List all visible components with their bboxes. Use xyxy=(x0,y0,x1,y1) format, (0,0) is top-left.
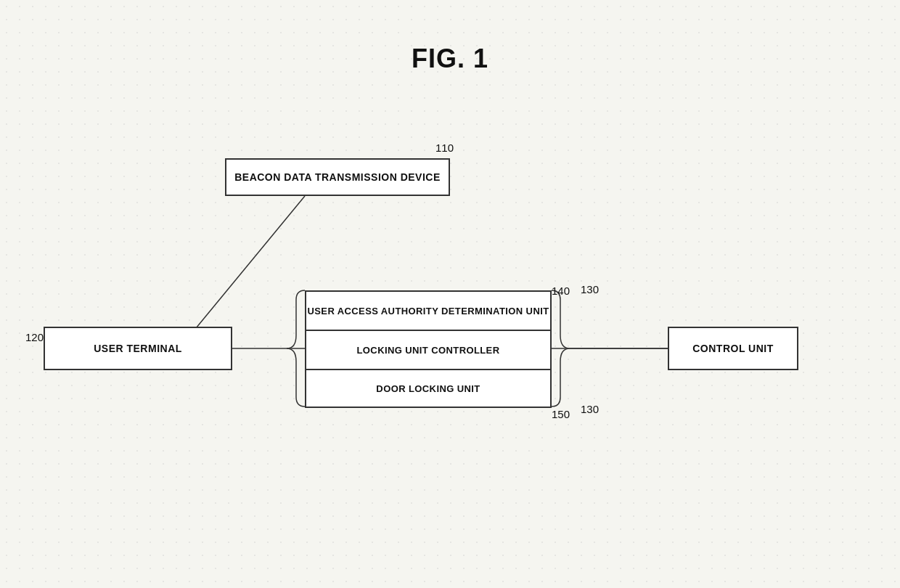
svg-line-0 xyxy=(196,196,305,328)
sub-unit-label-0: USER ACCESS AUTHORITY DETERMINATION UNIT xyxy=(307,306,549,317)
user-terminal-box: USER TERMINAL xyxy=(44,327,232,370)
beacon-label: BEACON DATA TRANSMISSION DEVICE xyxy=(234,171,441,183)
sub-unit-box-1: LOCKING UNIT CONTROLLER xyxy=(305,330,552,369)
beacon-box: BEACON DATA TRANSMISSION DEVICE xyxy=(225,158,450,196)
sub-unit-label-2: DOOR LOCKING UNIT xyxy=(376,383,480,394)
ref-140: 140 xyxy=(552,285,570,297)
ref-110: 110 xyxy=(435,142,454,154)
control-unit-box: CONTROL UNIT xyxy=(668,327,798,370)
ref-130-bot: 130 xyxy=(581,403,599,415)
user-terminal-label: USER TERMINAL xyxy=(94,343,182,354)
sub-unit-box-0: USER ACCESS AUTHORITY DETERMINATION UNIT xyxy=(305,290,552,330)
sub-unit-box-2: DOOR LOCKING UNIT xyxy=(305,369,552,408)
sub-unit-label-1: LOCKING UNIT CONTROLLER xyxy=(357,345,500,356)
ref-150: 150 xyxy=(552,408,570,420)
diagram-container: FIG. 1 BEACON DATA TRANSMISSION DEVICE xyxy=(0,0,900,588)
control-unit-label: CONTROL UNIT xyxy=(692,343,774,354)
ref-120: 120 xyxy=(25,331,44,343)
sub-unit-group: USER ACCESS AUTHORITY DETERMINATION UNIT… xyxy=(305,290,552,408)
figure-title: FIG. 1 xyxy=(412,44,488,74)
ref-130-top: 130 xyxy=(581,283,599,295)
